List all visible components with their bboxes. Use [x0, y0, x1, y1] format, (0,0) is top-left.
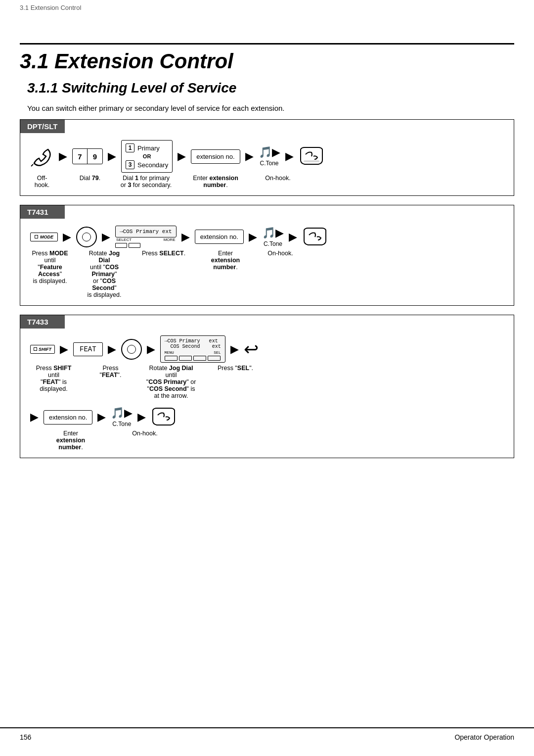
- onhook-icon-t7431: [302, 226, 328, 248]
- mode-led: [35, 235, 38, 238]
- sel-label: SEL: [214, 350, 221, 355]
- cos-screen: →COS Primary ext: [115, 226, 177, 237]
- arrow-t7433-r2-2: ▶: [137, 411, 146, 424]
- num-1: 1: [126, 143, 134, 152]
- ctone-t7433: 🎵▶ C.Tone: [111, 407, 133, 427]
- arrow-t7431-1: ▶: [63, 231, 71, 243]
- dpt-label-row: Off-hook. Dial 79. Dial 1 for primaryor …: [20, 173, 514, 189]
- more-label: MORE: [164, 237, 176, 242]
- menu-sel-labels: MENU SEL: [165, 350, 221, 355]
- t7433-lbl2-0: Enterextension number.: [46, 430, 95, 451]
- dial-9: 9: [88, 149, 102, 164]
- t7433-box: T7433 SHIFT ▶ FEAT ▶ ▶ →COS Primary ext …: [20, 315, 514, 458]
- circ-arrow: ↩: [244, 339, 259, 360]
- ctone-notes-t7433: 🎵▶: [111, 407, 133, 420]
- shift-text: SHIFT: [39, 347, 51, 352]
- svg-rect-1: [304, 160, 319, 162]
- onhook-icon-t7433: [151, 406, 177, 428]
- dpt-header: DPT/SLT: [20, 120, 65, 133]
- arrow-5: ▶: [285, 150, 294, 163]
- arrow-2: ▶: [108, 150, 116, 163]
- t7433-btn-3[interactable]: [193, 356, 206, 361]
- arrow-t7433-r2-1: ▶: [97, 411, 106, 424]
- dial-79: 7 9: [72, 148, 103, 164]
- t7433-btn-4[interactable]: [208, 356, 221, 361]
- prim-sec-selector: 1 Primary OR 3 Secondary: [121, 140, 173, 173]
- dial-7: 7: [73, 149, 88, 164]
- cos-display-t7433: →COS Primary ext COS Second ext MENU SEL: [160, 335, 225, 363]
- ctone-t7431: 🎵▶ C.Tone: [262, 227, 284, 247]
- arrow-t7431-3: ▶: [181, 231, 190, 243]
- shift-btn: SHIFT: [30, 345, 55, 354]
- ext-no-btn-t7433: extension no.: [44, 410, 92, 425]
- t7431-label-4: On-hook.: [267, 250, 293, 257]
- arrow-t7433-row2: ▶: [30, 411, 39, 424]
- t7431-label-0: Press MODE until"Feature Access"is displ…: [30, 250, 70, 284]
- jog-dial-t7433: [121, 339, 142, 360]
- select-more-btns: [115, 243, 177, 248]
- t7433-label-row2: Enterextension number. On-hook.: [20, 428, 514, 451]
- t7433-lbl1-3: Press "SEL".: [213, 365, 258, 372]
- t7433-lbl1-2: Rotate Jog Dial until"COS Primary" or"CO…: [144, 365, 198, 399]
- arrow-t7433-1: ▶: [60, 343, 68, 356]
- ext-no-btn-t7431: extension no.: [195, 230, 244, 244]
- page-container: 3.1 Extension Control 3.1 Extension Cont…: [0, 0, 534, 756]
- num-3: 3: [126, 160, 134, 169]
- t7433-lbl2-1: On-hook.: [130, 430, 160, 437]
- ctone-notes: 🎵▶: [259, 146, 280, 159]
- dpt-label-0: Off-hook.: [30, 175, 54, 189]
- dpt-label-4: On-hook.: [265, 175, 291, 182]
- ctone-dpt: 🎵▶ C.Tone: [259, 146, 280, 167]
- jog-dial-t7431: [76, 227, 97, 247]
- t7433-lbl1-1: Press "FEAT".: [92, 365, 129, 378]
- select-label: SELECT: [116, 237, 132, 242]
- ctone-lbl-t7431: C.Tone: [264, 240, 282, 247]
- dpt-step-row: ▶ 7 9 ▶ 1 Primary OR 3 Secondary ▶: [20, 133, 514, 173]
- t7433-lbl1-0: Press SHIFT until"FEAT" is displayed.: [30, 365, 77, 392]
- page-number: 156: [20, 733, 31, 741]
- offhook-icon: [30, 145, 54, 167]
- ctone-lbl-t7433: C.Tone: [112, 421, 131, 427]
- feat-btn: FEAT: [73, 342, 103, 356]
- select-btn[interactable]: [115, 243, 127, 248]
- breadcrumb: 3.1 Extension Control: [0, 0, 534, 13]
- t7431-box: T7431 MODE ▶ ▶ →COS Primary ext SELECT M…: [20, 205, 514, 306]
- intro-text: You can switch either primary or seconda…: [0, 101, 534, 119]
- arrow-t7431-4: ▶: [249, 231, 257, 243]
- t7431-label-3: Enterextension number.: [203, 250, 248, 271]
- arrow-1: ▶: [59, 150, 67, 163]
- t7433-step-row1: SHIFT ▶ FEAT ▶ ▶ →COS Primary ext COS Se…: [20, 329, 514, 363]
- jog-inner: [82, 233, 91, 241]
- dpt-label-1: Dial 79.: [75, 175, 105, 182]
- arrow-4: ▶: [245, 150, 254, 163]
- cos-line2: COS Second ext: [165, 344, 221, 349]
- t7433-label-row1: Press SHIFT until"FEAT" is displayed. Pr…: [20, 363, 514, 399]
- arrow-t7433-2: ▶: [108, 343, 116, 356]
- t7433-btns: [165, 356, 221, 361]
- ctone-notes-t7431: 🎵▶: [262, 227, 284, 239]
- t7433-btn-2[interactable]: [179, 356, 192, 361]
- footer-right: Operator Operation: [454, 733, 514, 741]
- more-btn[interactable]: [129, 243, 140, 248]
- ctone-label: C.Tone: [260, 160, 278, 167]
- t7431-label-1: Rotate Jog Dialuntil "COS Primary"or "CO…: [85, 250, 124, 298]
- t7431-step-row: MODE ▶ ▶ →COS Primary ext SELECT MORE: [20, 219, 514, 248]
- mode-text: MODE: [40, 235, 53, 239]
- onhook-icon-dpt: [299, 145, 324, 167]
- secondary-label: Secondary: [137, 161, 168, 169]
- dpt-step-offhook: [30, 145, 54, 167]
- t7433-btn-1[interactable]: [165, 356, 178, 361]
- primary-label: Primary: [137, 144, 160, 152]
- cos-display-t7431: →COS Primary ext SELECT MORE: [115, 226, 177, 248]
- t7431-label-row: Press MODE until"Feature Access"is displ…: [20, 248, 514, 298]
- mode-btn: MODE: [30, 233, 58, 241]
- svg-line-0: [31, 164, 33, 166]
- jog-inner-t7433: [127, 345, 136, 354]
- or-text: OR: [126, 153, 168, 159]
- cos-line1: →COS Primary ext: [165, 338, 221, 344]
- t7431-header: T7431: [20, 205, 65, 219]
- shift-led: [34, 347, 37, 351]
- arrow-t7433-3: ▶: [147, 343, 155, 356]
- dpt-label-2: Dial 1 for primaryor 3 for secondary.: [120, 175, 172, 189]
- dpt-box: DPT/SLT ▶ 7 9 ▶ 1 Primary: [20, 119, 514, 196]
